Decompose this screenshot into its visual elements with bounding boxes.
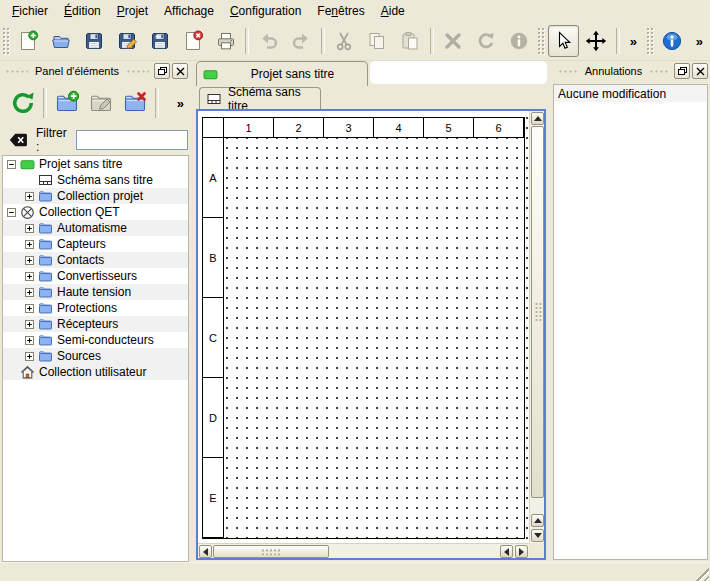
close-file-button[interactable] <box>177 25 208 57</box>
tree-item[interactable]: Capteurs <box>3 236 188 252</box>
delete-category-button[interactable] <box>118 86 152 120</box>
save-all-button[interactable] <box>144 25 175 57</box>
move-tool-button[interactable] <box>581 25 612 57</box>
tree-item[interactable]: Convertisseurs <box>3 268 188 284</box>
menu-fenetres[interactable]: Fenêtres <box>309 1 372 21</box>
open-file-button[interactable] <box>46 25 77 57</box>
main-toolbar: »» <box>0 22 710 61</box>
scrollbar-corner <box>529 543 544 558</box>
expand-plus-icon[interactable] <box>25 336 34 345</box>
tree-item[interactable]: Collection projet <box>3 188 188 204</box>
collapse-minus-icon[interactable] <box>7 208 16 217</box>
scroll-up-button-2[interactable] <box>531 514 544 527</box>
undo-list-item[interactable]: Aucune modification <box>554 85 707 102</box>
cut-button <box>329 25 360 57</box>
expand-plus-icon[interactable] <box>25 320 34 329</box>
reload-collections-button[interactable] <box>6 86 40 120</box>
tree-item[interactable]: Projet sans titre <box>3 156 188 172</box>
toolbar-overflow-button-2[interactable]: » <box>690 25 709 57</box>
print-button[interactable] <box>210 25 241 57</box>
tree-item[interactable]: Semi-conducteurs <box>3 332 188 348</box>
dock-grip[interactable] <box>126 68 149 75</box>
tree-item[interactable]: Automatisme <box>3 220 188 236</box>
save-button[interactable] <box>79 25 110 57</box>
schema-canvas[interactable]: 123456 ABCDE <box>198 111 529 543</box>
close-dock-button[interactable] <box>692 63 708 79</box>
close-icon <box>696 67 705 76</box>
tree-item[interactable]: Collection utilisateur <box>3 364 188 380</box>
float-dock-button[interactable] <box>674 63 690 79</box>
about-button[interactable] <box>657 25 688 57</box>
chevron-label: » <box>696 34 703 49</box>
toolbar-separator <box>155 88 159 118</box>
menu-aide[interactable]: Aide <box>373 1 413 21</box>
tab-schema[interactable]: Schéma sans titre <box>199 87 321 109</box>
new-file-icon <box>17 30 39 52</box>
expand-plus-icon[interactable] <box>25 304 34 313</box>
menu-edition[interactable]: Édition <box>56 1 109 21</box>
status-bar <box>0 562 710 581</box>
dock-grip[interactable] <box>5 68 28 75</box>
expand-plus-icon[interactable] <box>25 224 34 233</box>
paste-icon <box>399 30 421 52</box>
tree-item[interactable]: Collection QET <box>3 204 188 220</box>
menu-projet[interactable]: Projet <box>109 1 156 21</box>
menu-configuration[interactable]: Configuration <box>222 1 309 21</box>
resize-grip[interactable] <box>694 566 709 581</box>
tree-item[interactable]: Récepteurs <box>3 316 188 332</box>
scroll-down-button[interactable] <box>531 529 544 542</box>
tree-item[interactable]: Haute tension <box>3 284 188 300</box>
tree-item[interactable]: Schéma sans titre <box>3 172 188 188</box>
expand-plus-icon[interactable] <box>25 288 34 297</box>
save-as-button[interactable] <box>111 25 142 57</box>
scroll-left-button-2[interactable] <box>500 545 513 558</box>
toolbar-separator <box>43 88 47 118</box>
folder-icon <box>38 189 53 203</box>
expand-plus-icon[interactable] <box>25 240 34 249</box>
horizontal-scrollbar[interactable] <box>198 543 529 558</box>
new-file-button[interactable] <box>13 25 44 57</box>
new-category-button[interactable] <box>50 86 84 120</box>
vertical-scroll-thumb[interactable] <box>531 126 544 498</box>
clear-filter-icon[interactable] <box>8 130 28 150</box>
tree-item[interactable]: Contacts <box>3 252 188 268</box>
tree-item-label: Semi-conducteurs <box>57 333 154 347</box>
menu-fichier[interactable]: Fichier <box>4 1 56 21</box>
dock-grip[interactable] <box>649 68 669 75</box>
expand-plus-icon[interactable] <box>25 352 34 361</box>
scroll-left-button[interactable] <box>199 545 212 558</box>
close-file-icon <box>182 30 204 52</box>
float-dock-button[interactable] <box>154 63 170 79</box>
dock-grip[interactable] <box>558 68 578 75</box>
schema-view[interactable]: 123456 ABCDE <box>196 109 546 560</box>
print-icon <box>215 30 237 52</box>
copy-icon <box>366 30 388 52</box>
paste-button <box>395 25 426 57</box>
close-dock-button[interactable] <box>172 63 188 79</box>
menu-affichage[interactable]: Affichage <box>156 1 222 21</box>
expand-plus-icon[interactable] <box>25 272 34 281</box>
tree-item-label: Automatisme <box>57 221 127 235</box>
tab-project[interactable]: Projet sans titre <box>196 61 368 86</box>
rotate-icon <box>475 30 497 52</box>
collapse-minus-icon[interactable] <box>7 160 16 169</box>
select-tool-button[interactable] <box>548 25 579 57</box>
toolbar-separator <box>321 28 325 54</box>
tree-item[interactable]: Protections <box>3 300 188 316</box>
horizontal-scroll-thumb[interactable] <box>213 545 329 558</box>
toolbar-drag-handle[interactable] <box>537 27 545 55</box>
tree-item[interactable]: Sources <box>3 348 188 364</box>
scroll-right-button[interactable] <box>515 545 528 558</box>
row-header: D <box>203 378 224 458</box>
scroll-up-button[interactable] <box>531 112 544 125</box>
expand-plus-icon[interactable] <box>25 256 34 265</box>
toolbar-overflow-button[interactable]: » <box>624 25 643 57</box>
toolbar-drag-handle[interactable] <box>646 27 654 55</box>
vertical-scrollbar[interactable] <box>529 111 544 543</box>
filter-input[interactable] <box>76 130 188 150</box>
refresh-icon <box>10 90 36 116</box>
panel-overflow-button[interactable]: » <box>177 96 184 111</box>
save-icon <box>83 30 105 52</box>
expand-plus-icon[interactable] <box>25 192 34 201</box>
toolbar-drag-handle[interactable] <box>2 27 10 55</box>
